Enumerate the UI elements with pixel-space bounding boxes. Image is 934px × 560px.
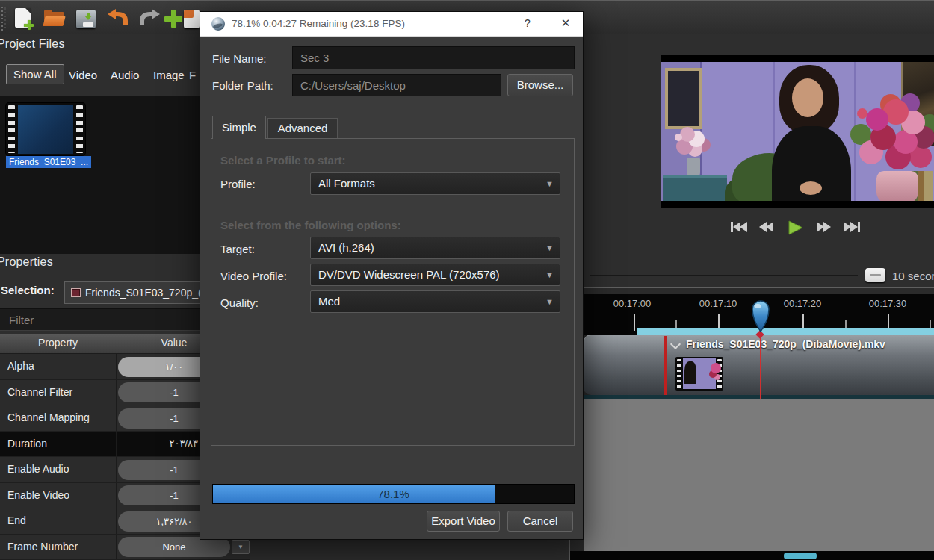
filter-tab-file[interactable]: F [189, 69, 196, 81]
column-property: Property [0, 337, 116, 349]
jump-start-icon [728, 220, 752, 234]
export-progress-bar: 78.1% [212, 484, 575, 504]
selection-label: Selection: [1, 284, 55, 296]
clip-selection-strip [637, 328, 934, 335]
profile-select[interactable]: All Formats ▼ [310, 172, 560, 195]
rewind-button[interactable] [755, 220, 779, 236]
dialog-titlebar[interactable]: 78.1% 0:04:27 Remaining (23.18 FPS) ? ✕ [200, 12, 583, 37]
rewind-icon [755, 220, 779, 234]
fast-forward-icon [811, 220, 835, 234]
jump-end-button[interactable] [839, 220, 863, 236]
scrollbar-thumb[interactable] [784, 553, 817, 559]
timeline-scrollbar[interactable] [570, 551, 934, 560]
browse-button[interactable]: Browse... [507, 74, 573, 96]
cancel-button[interactable]: Cancel [507, 511, 573, 532]
dialog-title: 78.1% 0:04:27 Remaining (23.18 FPS) [232, 18, 405, 29]
video-file-name[interactable]: Friends_S01E03_... [6, 156, 91, 168]
fast-forward-button[interactable] [811, 220, 835, 236]
playhead-marker[interactable] [750, 299, 771, 336]
filter-tab-audio[interactable]: Audio [111, 69, 139, 81]
clip-icon [71, 288, 81, 297]
flower-vase [876, 171, 918, 201]
clip-thumbnail [675, 357, 723, 391]
open-project-button[interactable] [43, 7, 67, 30]
track-bottom-edge [584, 395, 934, 399]
jump-end-icon [839, 220, 863, 234]
folder-path-label: Folder Path: [212, 79, 273, 92]
clip-in-marker[interactable] [664, 336, 667, 395]
frame-number-dropdown[interactable]: ▼ [232, 540, 250, 554]
new-project-button[interactable] [12, 7, 36, 30]
timeline-clip[interactable]: Friends_S01E03_720p_(DibaMovie).mkv [686, 338, 885, 350]
chevron-down-icon: ▼ [545, 237, 554, 258]
timeline-panel: 00:17:00 00:17:10 00:17:20 00:17:30 Frie… [569, 287, 934, 560]
filter-tab-video[interactable]: Video [69, 69, 97, 81]
video-profile-select[interactable]: DV/DVD Widescreen PAL (720x576) ▼ [310, 264, 560, 286]
quality-label: Quality: [220, 296, 259, 309]
folder-path-input[interactable]: C:/Users/saj/Desktop [292, 74, 501, 96]
save-icon [76, 10, 96, 28]
chevron-down-icon[interactable] [672, 340, 679, 348]
plus-icon [164, 10, 182, 28]
chevron-down-icon: ▼ [545, 264, 554, 285]
playhead-line[interactable] [760, 335, 761, 400]
openshot-logo-icon [211, 17, 225, 31]
timeline-empty-area: Activate Windows Go to Settings to activ… [584, 399, 934, 551]
framed-picture [665, 68, 702, 129]
zoom-slider-handle[interactable] [865, 268, 885, 282]
filter-tab-image[interactable]: Image [153, 69, 185, 81]
quality-select[interactable]: Med ▼ [310, 290, 560, 313]
close-button[interactable]: ✕ [557, 16, 574, 30]
progress-percent: 78.1% [213, 485, 574, 504]
export-video-dialog: 78.1% 0:04:27 Remaining (23.18 FPS) ? ✕ … [200, 11, 584, 540]
options-section-label: Select from the following options: [220, 219, 401, 231]
export-video-button[interactable]: Export Video [427, 511, 500, 532]
target-select[interactable]: AVI (h.264) ▼ [310, 237, 560, 259]
video-frame [661, 62, 934, 201]
file-name-input[interactable]: Sec 3 [292, 46, 575, 69]
chevron-down-icon: ▼ [545, 291, 554, 312]
frame-number-value[interactable]: None [118, 537, 230, 557]
flower-bouquet [857, 108, 867, 119]
video-preview [661, 55, 934, 208]
tab-simple[interactable]: Simple [212, 116, 266, 139]
ruler-tick: 00:17:10 [699, 298, 737, 309]
target-label: Target: [220, 243, 255, 255]
play-icon [783, 220, 807, 236]
profile-label: Profile: [220, 178, 256, 190]
properties-title: Properties [0, 255, 53, 269]
ruler-tick: 00:17:00 [613, 298, 652, 309]
import-files-icon [184, 10, 200, 28]
new-project-icon [15, 8, 31, 28]
profile-section-label: Select a Profile to start: [220, 154, 346, 167]
add-track-button[interactable] [161, 7, 185, 30]
toolbar-drag-handle[interactable] [1, 7, 7, 31]
ruler-tick: 00:17:20 [784, 298, 822, 309]
tab-advanced[interactable]: Advanced [267, 118, 338, 139]
zoom-scale-label: 10 seconds [892, 270, 934, 282]
openshot-window: Project Files Show All Video Audio Image… [0, 0, 934, 560]
chevron-down-icon: ▼ [545, 173, 554, 194]
project-files-title: Project Files [0, 37, 65, 51]
save-project-button[interactable] [74, 7, 98, 30]
help-button[interactable]: ? [520, 17, 535, 29]
timeline-zoom-slider[interactable] [590, 275, 858, 276]
video-profile-label: Video Profile: [220, 270, 287, 282]
redo-icon [138, 7, 162, 28]
filter-tab-show-all[interactable]: Show All [6, 64, 64, 84]
video-file-thumbnail[interactable] [6, 103, 85, 155]
play-button[interactable] [783, 220, 807, 236]
undo-icon [105, 7, 129, 28]
jump-start-button[interactable] [728, 220, 752, 236]
simple-tab-panel: Select a Profile to start: Profile: All … [211, 138, 575, 446]
wall-art [901, 62, 934, 146]
ruler-tick: 00:17:30 [869, 298, 907, 309]
file-name-label: File Name: [212, 52, 267, 65]
undo-button[interactable] [105, 7, 129, 30]
duration-value[interactable]: ۲۰۳/۸۳ [118, 438, 198, 449]
redo-button[interactable] [138, 7, 162, 30]
